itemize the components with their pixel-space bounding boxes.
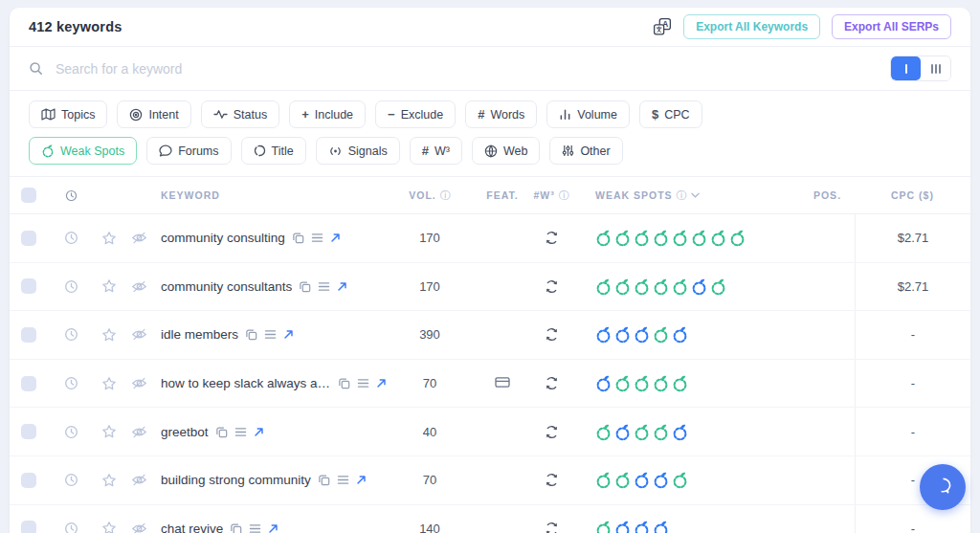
refresh-icon[interactable] bbox=[545, 279, 559, 294]
position-column-header[interactable]: POS. bbox=[813, 189, 841, 201]
weak-spot-apple-icon[interactable] bbox=[691, 229, 707, 247]
keyword-text[interactable]: chat revive bbox=[161, 522, 223, 533]
weak-spot-apple-icon[interactable] bbox=[710, 229, 726, 247]
keyword-text[interactable]: community consultants bbox=[161, 279, 292, 294]
volume-info-icon[interactable]: ⓘ bbox=[440, 190, 451, 201]
refresh-icon[interactable] bbox=[545, 522, 559, 533]
keyword-text[interactable]: greetbot bbox=[161, 425, 209, 439]
clock-icon[interactable] bbox=[64, 231, 78, 245]
filter-w3[interactable]: # W³ bbox=[410, 137, 462, 165]
weak-spot-apple-icon[interactable] bbox=[595, 278, 612, 296]
list-icon[interactable] bbox=[234, 427, 247, 437]
clock-icon[interactable] bbox=[64, 522, 78, 533]
filter-other[interactable]: Other bbox=[549, 137, 622, 165]
weak-spot-apple-icon[interactable] bbox=[614, 520, 631, 533]
keyword-text[interactable]: building strong community bbox=[161, 473, 311, 487]
weak-spot-apple-icon[interactable] bbox=[595, 374, 612, 392]
filter-forums[interactable]: Forums bbox=[146, 137, 231, 165]
weak-spot-apple-icon[interactable] bbox=[653, 325, 669, 344]
weak-spot-apple-icon[interactable] bbox=[672, 278, 688, 296]
list-view-toggle[interactable] bbox=[891, 56, 921, 80]
row-checkbox[interactable] bbox=[21, 231, 36, 246]
list-icon[interactable] bbox=[318, 281, 330, 292]
weak-spot-apple-icon[interactable] bbox=[710, 278, 726, 296]
clock-icon[interactable] bbox=[64, 279, 78, 294]
weak-spot-apple-icon[interactable] bbox=[653, 471, 669, 489]
filter-volume[interactable]: Volume bbox=[546, 100, 630, 128]
refresh-icon[interactable] bbox=[545, 473, 559, 487]
eye-off-icon[interactable] bbox=[131, 376, 147, 390]
star-icon[interactable] bbox=[101, 521, 117, 533]
eye-off-icon[interactable] bbox=[131, 279, 147, 294]
clock-icon[interactable] bbox=[64, 473, 78, 487]
open-serp-icon[interactable] bbox=[330, 233, 341, 243]
weak-spot-apple-icon[interactable] bbox=[672, 374, 688, 392]
filter-weak-spots[interactable]: Weak Spots bbox=[29, 137, 137, 165]
columns-view-toggle[interactable] bbox=[921, 56, 950, 80]
translate-icon[interactable]: A bbox=[653, 17, 672, 36]
filter-cpc[interactable]: $ CPC bbox=[639, 100, 702, 128]
cpc-column-header[interactable]: CPC ($) bbox=[891, 189, 934, 201]
row-checkbox[interactable] bbox=[21, 521, 36, 533]
refresh-icon[interactable] bbox=[545, 425, 559, 439]
weak-spot-apple-icon[interactable] bbox=[653, 520, 669, 533]
chevron-down-icon[interactable] bbox=[691, 192, 700, 198]
open-serp-icon[interactable] bbox=[254, 427, 264, 437]
chat-widget-button[interactable] bbox=[920, 464, 966, 510]
row-checkbox[interactable] bbox=[21, 424, 36, 439]
weak-spot-apple-icon[interactable] bbox=[614, 423, 631, 441]
star-icon[interactable] bbox=[101, 473, 117, 488]
copy-icon[interactable] bbox=[318, 474, 330, 486]
open-serp-icon[interactable] bbox=[356, 475, 367, 485]
weak-spot-apple-icon[interactable] bbox=[634, 423, 650, 441]
weak-spot-apple-icon[interactable] bbox=[595, 229, 612, 247]
weak-spots-info-icon[interactable]: ⓘ bbox=[677, 190, 687, 201]
open-serp-icon[interactable] bbox=[337, 281, 347, 292]
weak-spot-apple-icon[interactable] bbox=[653, 374, 669, 392]
keyword-text[interactable]: how to keep slack always active bbox=[161, 376, 331, 390]
filter-web[interactable]: Web bbox=[472, 137, 540, 165]
weak-spot-apple-icon[interactable] bbox=[672, 325, 688, 344]
eye-off-icon[interactable] bbox=[131, 522, 147, 533]
keyword-column-header[interactable]: KEYWORD bbox=[161, 189, 220, 201]
copy-icon[interactable] bbox=[292, 232, 304, 244]
star-icon[interactable] bbox=[101, 376, 117, 391]
weak-spot-apple-icon[interactable] bbox=[672, 229, 688, 247]
keyword-text[interactable]: community consulting bbox=[161, 231, 285, 245]
weak-spot-apple-icon[interactable] bbox=[634, 374, 650, 392]
star-icon[interactable] bbox=[101, 327, 117, 343]
eye-off-icon[interactable] bbox=[131, 327, 147, 342]
copy-icon[interactable] bbox=[245, 328, 257, 341]
weak-spot-apple-icon[interactable] bbox=[634, 229, 650, 247]
eye-off-icon[interactable] bbox=[131, 425, 147, 439]
refresh-icon[interactable] bbox=[545, 231, 559, 245]
row-checkbox[interactable] bbox=[21, 473, 36, 488]
row-checkbox[interactable] bbox=[21, 376, 36, 391]
row-checkbox[interactable] bbox=[21, 327, 36, 343]
export-all-serps-button[interactable]: Export All SERPs bbox=[832, 14, 951, 39]
weak-spot-apple-icon[interactable] bbox=[634, 325, 650, 344]
star-icon[interactable] bbox=[101, 278, 117, 294]
weak-spot-apple-icon[interactable] bbox=[595, 471, 612, 489]
export-all-keywords-button[interactable]: Export All Keywords bbox=[683, 14, 820, 39]
star-icon[interactable] bbox=[101, 231, 117, 246]
weak-spot-apple-icon[interactable] bbox=[653, 278, 669, 296]
keyword-text[interactable]: idle members bbox=[161, 327, 238, 342]
weak-spot-apple-icon[interactable] bbox=[634, 520, 650, 533]
weak-spot-apple-icon[interactable] bbox=[653, 229, 669, 247]
weak-spot-apple-icon[interactable] bbox=[614, 229, 631, 247]
w3-info-icon[interactable]: ⓘ bbox=[559, 190, 569, 201]
clock-icon[interactable] bbox=[64, 327, 78, 342]
filter-words[interactable]: # Words bbox=[465, 100, 537, 128]
weak-spot-apple-icon[interactable] bbox=[614, 374, 631, 392]
select-all-checkbox[interactable] bbox=[21, 188, 36, 203]
eye-off-icon[interactable] bbox=[131, 231, 147, 245]
filter-intent[interactable]: Intent bbox=[117, 100, 190, 128]
row-checkbox[interactable] bbox=[21, 278, 36, 294]
open-serp-icon[interactable] bbox=[283, 329, 294, 340]
weak-spot-apple-icon[interactable] bbox=[653, 423, 669, 441]
weak-spot-apple-icon[interactable] bbox=[672, 423, 688, 441]
filter-exclude[interactable]: − Exclude bbox=[375, 100, 456, 128]
weak-spots-column-header[interactable]: WEAK SPOTS bbox=[595, 189, 673, 201]
weak-spot-apple-icon[interactable] bbox=[595, 520, 612, 533]
